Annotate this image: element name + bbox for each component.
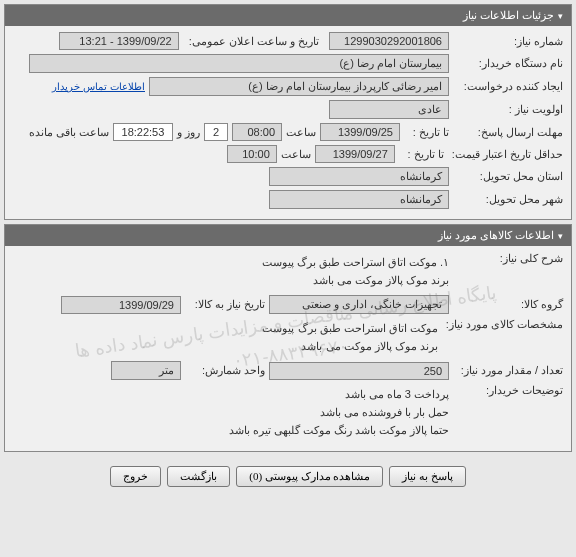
exit-button[interactable]: خروج	[110, 466, 161, 487]
deadline-date: 1399/09/25	[320, 123, 400, 141]
group-label: گروه کالا:	[453, 298, 563, 311]
panel1-header[interactable]: ▾ جزئیات اطلاعات نیاز	[5, 5, 571, 26]
desc-block: ۱. موکت اتاق استراحت طبق برگ پیوست برند …	[262, 252, 449, 291]
pub-time-label: تاریخ و ساعت اعلان عمومی:	[183, 35, 325, 48]
pub-time-value: 1399/09/22 - 13:21	[59, 32, 179, 50]
buyer-label: نام دستگاه خریدار:	[453, 57, 563, 70]
notes-line1: پرداخت 3 ماه می باشد	[229, 386, 449, 404]
deadline-label: مهلت ارسال پاسخ:	[453, 126, 563, 139]
panel1-body: شماره نیاز: 1299030292001806 تاریخ و ساع…	[5, 26, 571, 219]
req-no-label: شماره نیاز:	[453, 35, 563, 48]
validity-to-label: تا تاریخ :	[399, 148, 444, 161]
remain-day-label: روز و	[177, 126, 200, 139]
qty-value: 250	[269, 362, 449, 380]
req-no-value: 1299030292001806	[329, 32, 449, 50]
notes-line2: حمل بار با فروشنده می باشد	[229, 404, 449, 422]
creator-label: ایجاد کننده درخواست:	[453, 80, 563, 93]
validity-label: حداقل تاریخ اعتبار قیمت:	[448, 148, 563, 161]
remain-suffix: ساعت باقی مانده	[29, 126, 109, 139]
creator-value: امیر رضائی کارپرداز بیمارستان امام رضا (…	[149, 77, 449, 96]
qty-label: تعداد / مقدار مورد نیاز:	[453, 364, 563, 377]
spec-line1: موکت اتاق استراحت طبق برگ پیوست	[262, 320, 437, 338]
panel2-title: اطلاعات کالاهای مورد نیاز	[438, 229, 554, 242]
desc-label: شرح کلی نیاز:	[453, 252, 563, 265]
attachments-button[interactable]: مشاهده مدارک پیوستی (0)	[236, 466, 383, 487]
contact-link[interactable]: اطلاعات تماس خریدار	[52, 81, 145, 92]
remain-time: 18:22:53	[113, 123, 173, 141]
province-value: کرمانشاه	[269, 167, 449, 186]
city-value: کرمانشاه	[269, 190, 449, 209]
desc-line1: ۱. موکت اتاق استراحت طبق برگ پیوست	[262, 254, 449, 272]
remain-days: 2	[204, 123, 228, 141]
panel2-body: شرح کلی نیاز: ۱. موکت اتاق استراحت طبق ب…	[5, 246, 571, 451]
priority-label: اولویت نیاز :	[453, 103, 563, 116]
back-button[interactable]: بازگشت	[167, 466, 230, 487]
city-label: شهر محل تحویل:	[453, 193, 563, 206]
deadline-time: 08:00	[232, 123, 282, 141]
goods-panel: ▾ اطلاعات کالاهای مورد نیاز شرح کلی نیاز…	[4, 224, 572, 452]
deadline-to-label: تا تاریخ :	[404, 126, 449, 139]
province-label: استان محل تحویل:	[453, 170, 563, 183]
reply-button[interactable]: پاسخ به نیاز	[389, 466, 466, 487]
unit-value: متر	[111, 361, 181, 380]
info-panel: ▾ جزئیات اطلاعات نیاز شماره نیاز: 129903…	[4, 4, 572, 220]
action-bar: پاسخ به نیاز مشاهده مدارک پیوستی (0) باز…	[0, 456, 576, 493]
validity-date: 1399/09/27	[315, 145, 395, 163]
validity-time-label: ساعت	[281, 148, 311, 161]
panel1-title: جزئیات اطلاعات نیاز	[463, 9, 554, 22]
spec-label: مشخصات کالای مورد نیاز:	[442, 318, 563, 331]
need-date-label: تاریخ نیاز به کالا:	[185, 298, 265, 311]
validity-time: 10:00	[227, 145, 277, 163]
need-date-value: 1399/09/29	[61, 296, 181, 314]
chevron-down-icon: ▾	[558, 231, 563, 241]
notes-label: توضیحات خریدار:	[453, 384, 563, 397]
buyer-value: بیمارستان امام رضا (ع)	[29, 54, 449, 73]
chevron-down-icon: ▾	[558, 11, 563, 21]
notes-line3: حتما پالاز موکت باشد رنگ موکت گلبهی تیره…	[229, 422, 449, 440]
priority-value: عادی	[329, 100, 449, 119]
panel2-header[interactable]: ▾ اطلاعات کالاهای مورد نیاز	[5, 225, 571, 246]
notes-block: پرداخت 3 ماه می باشد حمل بار با فروشنده …	[229, 384, 449, 441]
desc-line2: برند موک پالاز موکت می باشد	[262, 272, 449, 290]
group-value: تجهیزات خانگی، اداری و صنعتی	[269, 295, 449, 314]
spec-block: موکت اتاق استراحت طبق برگ پیوست برند موک…	[262, 318, 437, 357]
unit-label: واحد شمارش:	[185, 364, 265, 377]
deadline-time-label: ساعت	[286, 126, 316, 139]
spec-line2: برند موک پالاز موکت می باشد	[262, 338, 437, 356]
